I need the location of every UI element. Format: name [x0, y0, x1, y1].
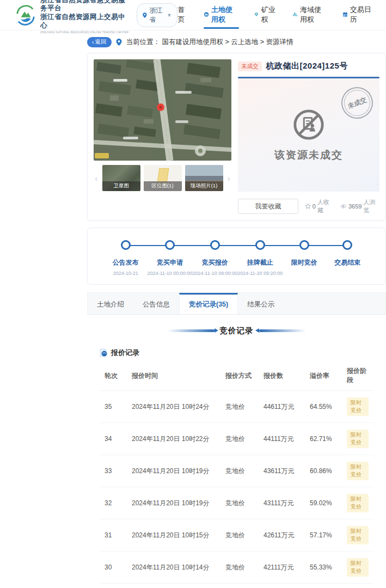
timeline-step-date: 2024-11-10 09:00:00: [192, 271, 237, 277]
cell: 竞地价: [225, 531, 264, 540]
carousel-next-icon[interactable]: ›: [226, 174, 232, 183]
star-icon: [305, 203, 311, 210]
thumbnail-2[interactable]: 现场照片(1): [185, 165, 223, 191]
nav-item-label: 交易日历: [350, 5, 372, 24]
timeline-step-3: 挂牌截止2024-11-20 09:20:00: [237, 240, 283, 277]
cell: 57.17%: [310, 531, 347, 539]
cell: 43611万元: [264, 467, 310, 476]
sea-icon: [292, 11, 298, 18]
timeline-step-1: 竞买申请2024-11-10 00:00:00: [147, 240, 192, 277]
column-header: 报价阶段: [347, 366, 369, 385]
table-row: 342024年11月20日 10时22分竞地价44111万元62.71%限时竞价: [99, 423, 374, 455]
cell: 2024年11月20日 10时19分: [132, 499, 225, 508]
unsold-stamp: 未成交: [336, 82, 378, 124]
cell: 30: [105, 564, 132, 571]
tab-2[interactable]: 竞价记录(35): [179, 293, 238, 314]
timeline-node-icon: [165, 240, 175, 250]
cell: 2024年11月20日 10时19分: [132, 467, 225, 476]
favorite-row: 我要收藏 0人收藏 3659人浏览: [238, 198, 379, 215]
bid-table: 轮次报价时间报价方式报价数溢价率报价阶段352024年11月20日 10时24分…: [99, 361, 374, 588]
timeline-step-2: 竞买报价2024-11-10 09:00:00: [192, 240, 237, 277]
platform-logo-icon: [15, 5, 36, 26]
nav-item-cal[interactable]: 交易日历: [342, 1, 372, 30]
nav-item-home[interactable]: 首页: [177, 1, 189, 30]
cell: 33: [105, 467, 132, 475]
satellite-map[interactable]: [94, 59, 231, 161]
calendar-icon: [342, 11, 348, 18]
detail-tabs: 土地介绍公告信息竞价记录(35)结果公示: [87, 292, 386, 315]
carousel-prev-icon[interactable]: ‹: [94, 174, 99, 183]
view-count-suffix: 人浏览: [363, 198, 379, 215]
nav-item-label: 首页: [177, 5, 189, 24]
column-header: 报价数: [264, 371, 310, 381]
map-marker-icon: [157, 103, 164, 111]
platform-title-line2: 浙江省自然资源网上交易中心: [40, 13, 130, 30]
cell: 竞地价: [225, 402, 264, 412]
cell: 59.02%: [310, 499, 347, 507]
stage-badge: 限时竞价: [347, 430, 369, 448]
tab-1[interactable]: 公告信息: [133, 293, 179, 314]
cell: 64.55%: [310, 403, 347, 411]
cell: 2024年11月20日 10时22分: [132, 434, 225, 444]
bidding-section: 竞价记录 报价记录 轮次报价时间报价方式报价数溢价率报价阶段352024年11月…: [87, 315, 386, 588]
table-row: 292024年11月20日 10时14分竞地价41611万元53.48%限时竞价: [99, 584, 374, 588]
location-pin-icon: [143, 12, 147, 19]
cell: 竞地价: [225, 563, 264, 572]
mine-icon: [254, 11, 259, 18]
timeline-step-label: 公告发布: [113, 258, 139, 267]
cell: 限时竞价: [347, 526, 369, 544]
resource-title: 杭政储出[2024]125号: [266, 61, 348, 71]
tab-3[interactable]: 结果公示: [238, 293, 284, 314]
back-button[interactable]: ‹ 返回: [87, 37, 112, 47]
table-row: 352024年11月20日 10时24分竞地价44611万元64.55%限时竞价: [99, 391, 374, 423]
timeline-step-label: 挂牌截止: [247, 258, 273, 267]
cell: 44111万元: [264, 434, 310, 444]
unsold-message: 该资源未成交: [274, 148, 343, 162]
nav-item-label: 矿业权: [261, 5, 278, 24]
platform-title-line1: 浙江省自然资源智慧交易服务平台: [40, 0, 130, 13]
timeline-step-label: 交易结束: [334, 258, 360, 267]
decor-arrow-left: [168, 329, 215, 332]
nav-item-label: 海域使用权: [300, 5, 328, 24]
region-selector[interactable]: 浙江省 ▼: [137, 3, 177, 27]
stage-badge: 限时竞价: [347, 558, 369, 577]
nav-item-sea[interactable]: 海域使用权: [292, 1, 328, 30]
cell: 限时竞价: [347, 430, 369, 448]
cell: 62.71%: [310, 435, 347, 443]
breadcrumb-path: 国有建设用地使用权 > 云上选地 > 资源详情: [162, 38, 293, 46]
chevron-left-icon: ‹: [92, 39, 94, 45]
status-badge: 未成交: [238, 62, 262, 71]
view-count: 3659人浏览: [340, 198, 379, 215]
breadcrumb: ‹ 返回 当前位置： 国有建设用地使用权 > 云上选地 > 资源详情: [87, 37, 386, 47]
timeline-step-date: 2024-11-10 00:00:00: [147, 271, 192, 277]
thumbnail-1[interactable]: 区位图(1): [144, 165, 182, 191]
nav-item-mine[interactable]: 矿业权: [254, 1, 278, 30]
cell: 44611万元: [264, 402, 310, 412]
breadcrumb-prefix: 当前位置：: [126, 38, 161, 46]
cell: 60.86%: [310, 467, 347, 475]
timeline-step-label: 竞买报价: [202, 258, 228, 267]
timeline-step-date: 2024-10-21: [113, 271, 138, 277]
media-column: ‹ 卫星图区位图(1)现场照片(1) ›: [94, 59, 231, 215]
timeline-step-5: 交易结束: [326, 240, 369, 277]
tab-0[interactable]: 土地介绍: [88, 293, 133, 314]
cell: 32: [105, 499, 132, 507]
back-button-label: 返回: [95, 38, 107, 46]
timeline-node-icon: [255, 240, 265, 250]
chevron-down-icon: ▼: [167, 13, 172, 18]
nav-item-land[interactable]: 土地使用权: [204, 1, 239, 30]
stage-badge: 限时竞价: [347, 526, 369, 544]
table-row: 322024年11月20日 10时19分竞地价43111万元59.02%限时竞价: [99, 487, 374, 519]
timeline-step-label: 竞买申请: [157, 258, 183, 267]
cell: 42111万元: [264, 563, 310, 572]
land-icon: [204, 11, 209, 18]
timeline-node-icon: [299, 240, 309, 250]
timeline-node-icon: [121, 240, 131, 250]
thumbnail-list: 卫星图区位图(1)现场照片(1): [102, 165, 223, 191]
stage-badge: 限时竞价: [347, 397, 369, 416]
favorite-button[interactable]: 我要收藏: [238, 199, 298, 214]
subsection-title: 报价记录: [111, 348, 139, 358]
thumbnail-0[interactable]: 卫星图: [102, 165, 140, 191]
decor-arrow-right: [259, 329, 306, 332]
thumbnail-label: 现场照片(1): [185, 181, 223, 191]
